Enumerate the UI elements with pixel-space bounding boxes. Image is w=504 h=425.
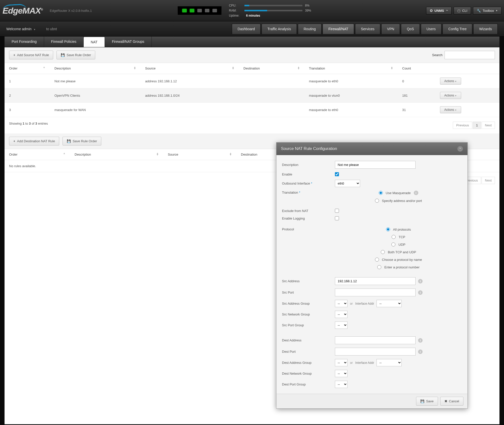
search-input[interactable] (445, 51, 495, 59)
src-network-group-select[interactable]: -- (335, 311, 348, 318)
close-icon: ✖ (445, 399, 447, 403)
info-icon[interactable]: i (414, 191, 418, 195)
src-port-group-select[interactable]: -- (335, 322, 348, 329)
col-actions (435, 63, 499, 74)
tab-routing[interactable]: Routing (298, 24, 322, 34)
sort-icon: ▲ (63, 153, 66, 154)
tab-qos[interactable]: QoS (401, 24, 420, 34)
col-count[interactable]: Count (398, 63, 435, 74)
showing-entries: Showing 1 to 3 of 3 entries Previous 1 N… (5, 117, 499, 133)
col-description[interactable]: Description▲▼ (50, 63, 141, 74)
description-input[interactable] (335, 161, 416, 169)
topbar: EdgeMAX® EdgeRouter X v2.0.8-hotfix.1 CP… (0, 0, 504, 21)
src-address-group-select[interactable]: -- (335, 300, 348, 307)
ram-value: 39% (305, 8, 315, 13)
tab-traffic-analysis[interactable]: Traffic Analysis (262, 24, 297, 34)
protocol-tcp-radio[interactable] (392, 235, 396, 239)
tab-vpn[interactable]: VPN (381, 24, 400, 34)
cancel-button[interactable]: ✖Cancel (440, 397, 463, 406)
enable-logging-checkbox[interactable] (335, 216, 339, 220)
pager-next[interactable]: Next (482, 177, 495, 184)
subtab-firewall-nat-groups[interactable]: Firewall/NAT Groups (105, 37, 152, 47)
sort-icon: ▲▼ (156, 153, 159, 156)
tab-services[interactable]: Services (355, 24, 380, 34)
add-destination-nat-rule-button[interactable]: +Add Destination NAT Rule (9, 137, 59, 146)
unms-button[interactable]: ✪UNMS™ (426, 7, 452, 15)
stats-block: CPU: 8% RAM: 39% Uptime: 6 minutes (177, 3, 315, 18)
dest-port-input[interactable] (335, 348, 416, 356)
outbound-interface-select[interactable]: eth0 (335, 180, 360, 187)
pager-prev[interactable]: Previous (453, 122, 472, 129)
src-port-input[interactable] (335, 289, 416, 296)
tab-config-tree[interactable]: Config Tree (443, 24, 472, 34)
wrench-icon: 🔧 (477, 9, 481, 13)
ethernet-ports (177, 6, 222, 15)
cpu-label: CPU: (229, 3, 242, 8)
col-source[interactable]: Source▲▼ (141, 63, 239, 74)
enable-checkbox[interactable] (335, 172, 339, 176)
col-destination[interactable]: Destination▲▼ (239, 63, 304, 74)
actions-button[interactable]: Actions (440, 92, 461, 99)
close-icon[interactable]: ✕ (457, 146, 463, 152)
subtab-firewall-policies[interactable]: Firewall Policies (44, 37, 84, 47)
col-description[interactable]: Description▲▼ (70, 149, 163, 160)
port-icon (182, 9, 187, 12)
protocol-all-radio[interactable] (386, 227, 390, 231)
welcome-dropdown[interactable]: Welcome admin (6, 27, 40, 31)
port-icon (190, 9, 194, 12)
protocol-byname-radio[interactable] (375, 258, 379, 262)
dest-network-group-select[interactable]: -- (335, 370, 348, 377)
dest-interface-addr-select[interactable]: -- (376, 359, 402, 366)
col-translation[interactable]: Translation▲▼ (304, 63, 398, 74)
port-icon (197, 9, 202, 12)
tab-dashboard[interactable]: Dashboard (232, 24, 261, 34)
save-icon: 💾 (61, 53, 65, 57)
pager: Previous 1 Next (453, 122, 495, 129)
info-icon[interactable]: i (418, 279, 423, 284)
dest-port-group-select[interactable]: -- (335, 381, 348, 388)
sort-icon: ▲▼ (232, 66, 234, 69)
protocol-number-radio[interactable] (377, 265, 381, 269)
src-address-input[interactable] (335, 277, 416, 285)
dest-address-group-select[interactable]: -- (335, 359, 348, 366)
label-src-port-group: Src Port Group (282, 323, 335, 327)
protocol-udp-radio[interactable] (391, 242, 395, 246)
tab-firewall-nat[interactable]: Firewall/NAT (323, 24, 354, 34)
pager-page-1[interactable]: 1 (473, 122, 481, 129)
exclude-from-nat-checkbox[interactable] (335, 209, 339, 213)
main-tabs: Dashboard Traffic Analysis Routing Firew… (232, 24, 498, 34)
subtab-port-forwarding[interactable]: Port Forwarding (5, 37, 44, 47)
info-icon[interactable]: i (418, 349, 423, 354)
info-icon[interactable]: i (418, 338, 423, 343)
protocol-both-radio[interactable] (381, 250, 385, 254)
translation-specify-radio[interactable] (375, 199, 379, 203)
label-src-address-group: Src Address Group (282, 302, 335, 305)
to-ubnt-link[interactable]: to ubnt (46, 27, 57, 31)
actions-button[interactable]: Actions (440, 106, 461, 113)
subtab-nat[interactable]: NAT (84, 37, 105, 47)
snat-table: Order▲ Description▲▼ Source▲▼ Destinatio… (5, 63, 499, 117)
label-description: Description (282, 163, 335, 167)
col-source[interactable]: Source▲▼ (163, 149, 236, 160)
content-area: Port Forwarding Firewall Policies NAT Fi… (5, 37, 499, 424)
toolbox-button[interactable]: 🔧Toolbox ▼ (473, 7, 501, 15)
translation-masquerade-radio[interactable] (379, 191, 383, 195)
col-order[interactable]: Order▲ (5, 149, 70, 160)
logo: EdgeMAX® (3, 6, 47, 16)
save-rule-order-button[interactable]: 💾Save Rule Order (56, 51, 95, 59)
col-order[interactable]: Order▲ (5, 63, 50, 74)
tab-users[interactable]: Users (421, 24, 442, 34)
cli-button[interactable]: ▢CLI (454, 7, 471, 15)
tab-wizards[interactable]: Wizards (473, 24, 498, 34)
add-source-nat-rule-button[interactable]: +Add Source NAT Rule (9, 51, 53, 59)
actions-button[interactable]: Actions (440, 78, 461, 85)
save-button[interactable]: 💾Save (416, 397, 438, 406)
label-enable-logging: Enable Logging (282, 217, 335, 220)
save-rule-order-button[interactable]: 💾Save Rule Order (62, 137, 101, 146)
info-icon[interactable]: i (418, 290, 423, 295)
logo-swoosh-icon (2, 4, 26, 10)
pager-next[interactable]: Next (482, 122, 495, 129)
search-label: Search (432, 53, 443, 57)
dest-address-input[interactable] (335, 336, 416, 344)
src-interface-addr-select[interactable]: -- (376, 300, 402, 307)
